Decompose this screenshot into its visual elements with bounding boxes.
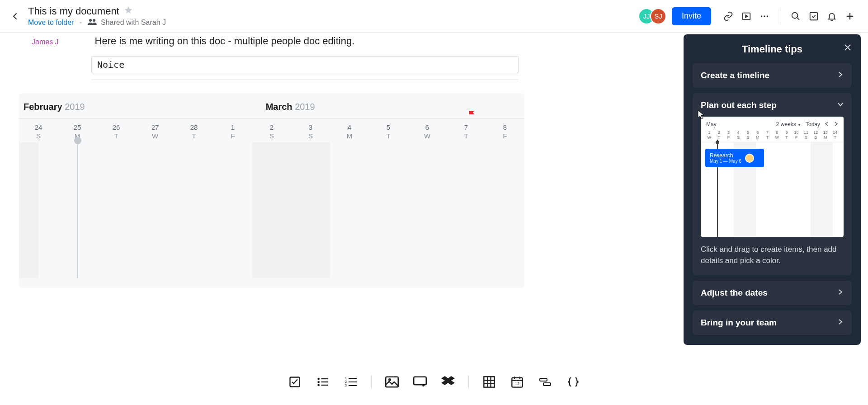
tasks-icon[interactable] [805, 7, 823, 25]
mini-today[interactable]: Today [806, 121, 820, 127]
svg-point-5 [767, 15, 769, 17]
svg-rect-12 [321, 378, 328, 379]
svg-rect-21 [484, 377, 494, 387]
svg-rect-24 [540, 378, 547, 381]
chevron-right-icon [837, 71, 844, 80]
shared-with[interactable]: Shared with Sarah J [87, 18, 166, 27]
collaborator-name: James J [32, 38, 59, 46]
mini-day: 8W [772, 130, 782, 140]
insert-toolbar: 123 12 [274, 370, 594, 394]
divider [780, 8, 780, 24]
tips-title: Timeline tips [742, 43, 802, 55]
shared-label: Shared with Sarah J [101, 19, 166, 27]
tip-adjust-dates[interactable]: Adjust the dates [693, 281, 852, 305]
close-icon[interactable] [844, 43, 852, 53]
tip-create-timeline[interactable]: Create a timeline [693, 63, 852, 88]
embed-icon[interactable] [412, 374, 428, 390]
mini-month: May [706, 121, 717, 127]
mini-day: 14T [830, 130, 840, 140]
divider [371, 375, 372, 389]
svg-point-3 [761, 15, 763, 17]
svg-rect-25 [543, 383, 551, 386]
chevron-right-icon [837, 289, 844, 297]
timeline-day: 24S [19, 123, 58, 140]
timeline-day: 5T [369, 123, 408, 140]
timeline-widget[interactable]: February 2019 March 2019 24S25M26T27W28T… [19, 94, 524, 288]
chevron-down-icon[interactable] [837, 101, 844, 109]
svg-point-11 [317, 384, 320, 386]
star-icon[interactable] [124, 6, 133, 17]
svg-text:12: 12 [515, 381, 519, 386]
code-block[interactable]: Noice [91, 56, 519, 73]
move-to-folder-link[interactable]: Move to folder [28, 19, 74, 27]
plus-icon[interactable] [841, 7, 859, 25]
mini-day: 5S [743, 130, 753, 140]
mini-day: 7T [763, 130, 772, 140]
calendar-icon[interactable]: 12 [509, 374, 525, 390]
image-icon[interactable] [384, 374, 400, 390]
doc-title[interactable]: This is my document [28, 5, 119, 17]
divider [468, 375, 469, 389]
numbered-list-icon[interactable]: 123 [343, 374, 359, 390]
svg-point-19 [389, 379, 391, 381]
collaborator-avatars: JJ SJ [638, 8, 666, 24]
timeline-day: 26T [97, 123, 136, 140]
tip-plan-each-step: Plan out each step May 2 weeks ▼ Today 1… [693, 93, 852, 275]
svg-point-6 [792, 12, 798, 18]
mini-day: 10F [792, 130, 801, 140]
mini-range[interactable]: 2 weeks ▼ [776, 121, 801, 127]
timeline-body[interactable] [19, 142, 524, 278]
tip-description: Click and drag to create items, then add… [701, 244, 844, 266]
bullet-list-icon[interactable] [315, 374, 330, 390]
svg-rect-14 [321, 385, 328, 386]
doc-meta: This is my document Move to folder • Sha… [28, 5, 166, 27]
month-label: March 2019 [266, 102, 315, 112]
code-icon[interactable] [566, 374, 581, 390]
more-icon[interactable] [755, 7, 774, 25]
svg-point-9 [317, 378, 320, 380]
timeline-day: 1F [213, 123, 252, 140]
svg-rect-18 [386, 377, 398, 387]
dropbox-icon[interactable] [440, 374, 456, 390]
checkbox-icon[interactable] [287, 374, 302, 390]
bell-icon[interactable] [823, 7, 841, 25]
avatar[interactable]: SJ [650, 8, 666, 24]
invite-button[interactable]: Invite [672, 7, 711, 25]
mini-day: 4S [733, 130, 743, 140]
timeline-day: 8F [486, 123, 524, 140]
svg-point-1 [93, 19, 95, 22]
flag-icon[interactable] [467, 110, 476, 122]
app-header: This is my document Move to folder • Sha… [0, 0, 868, 33]
svg-point-4 [764, 15, 765, 17]
people-icon [87, 18, 97, 27]
table-icon[interactable] [481, 374, 497, 390]
paragraph-text[interactable]: Here is me writing on this doc - multipl… [95, 35, 355, 47]
mini-day: 2T [714, 130, 723, 140]
timeline-day: 27W [136, 123, 175, 140]
chevron-left-icon[interactable] [825, 121, 829, 127]
mini-day: 6M [753, 130, 762, 140]
svg-point-0 [89, 19, 92, 22]
timeline-icon[interactable] [538, 374, 553, 390]
timeline-day: 6W [408, 123, 447, 140]
tip-mini-timeline: May 2 weeks ▼ Today 1W2T3F4S5S6M7T8W9T10… [701, 117, 844, 237]
separator-dot: • [79, 19, 82, 27]
present-icon[interactable] [737, 7, 755, 25]
mini-day: 1W [704, 130, 714, 140]
svg-point-10 [317, 381, 320, 383]
svg-rect-20 [414, 377, 426, 385]
mini-day: 11S [801, 130, 811, 140]
timeline-day: 7T [447, 123, 486, 140]
link-icon[interactable] [719, 7, 737, 25]
search-icon[interactable] [787, 7, 805, 25]
mini-event[interactable]: Research May 1 — May 6 [705, 149, 764, 167]
back-button[interactable] [9, 10, 22, 23]
mini-day: 13M [821, 130, 830, 140]
chevron-right-icon [837, 319, 844, 327]
month-label: February 2019 [24, 102, 85, 112]
tip-bring-team[interactable]: Bring in your team [693, 311, 852, 335]
chevron-right-icon[interactable] [834, 121, 838, 127]
mini-day: 9T [782, 130, 791, 140]
divider [91, 80, 519, 80]
mini-day: 12S [811, 130, 821, 140]
